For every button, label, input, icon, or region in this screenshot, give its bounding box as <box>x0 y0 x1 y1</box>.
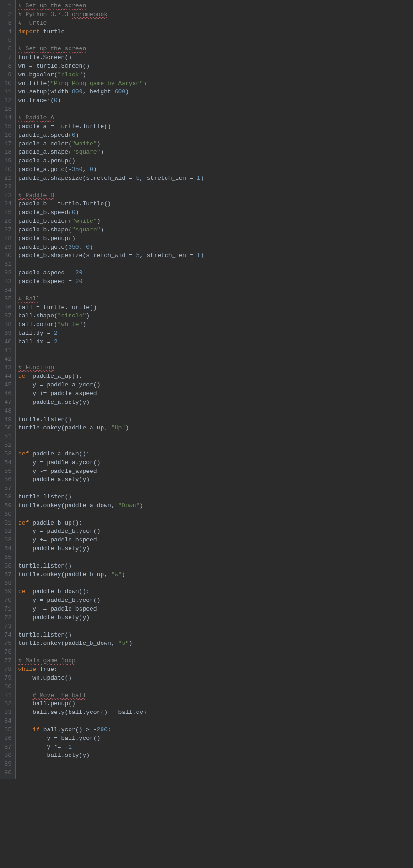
line-number: 23 <box>3 192 11 200</box>
code-line[interactable]: # Paddle B <box>18 192 413 200</box>
code-line[interactable] <box>18 347 413 355</box>
code-line[interactable]: y += paddle_bspeed <box>18 536 413 545</box>
code-line[interactable]: ball.dy = 2 <box>18 329 413 338</box>
code-line[interactable]: # Move the ball <box>18 691 413 700</box>
code-line[interactable]: paddle_b.sety(y) <box>18 614 413 622</box>
code-line[interactable]: wn = turtle.Screen() <box>18 62 413 71</box>
code-line[interactable] <box>18 760 413 769</box>
code-line[interactable] <box>18 579 413 588</box>
line-number: 71 <box>3 605 11 614</box>
code-line[interactable]: y = paddle_b.ycor() <box>18 596 413 605</box>
code-line[interactable]: turtle.onkey(paddle_a_up, "Up") <box>18 424 413 433</box>
code-line[interactable]: y = paddle_a.ycor() <box>18 381 413 390</box>
code-line[interactable]: paddle_b.goto(350, 0) <box>18 243 413 252</box>
code-line[interactable]: paddle_a.sety(y) <box>18 476 413 484</box>
code-line[interactable] <box>18 648 413 657</box>
code-line[interactable]: # Main game loop <box>18 657 413 665</box>
code-line[interactable] <box>18 36 413 45</box>
code-line[interactable]: paddle_a.shape("square") <box>18 148 413 157</box>
code-line[interactable] <box>18 484 413 493</box>
code-line[interactable]: # Function <box>18 364 413 372</box>
code-line[interactable]: turtle.listen() <box>18 562 413 571</box>
code-line[interactable]: ball.color("white") <box>18 321 413 329</box>
code-line[interactable]: def paddle_b_up(): <box>18 519 413 528</box>
code-line[interactable] <box>18 183 413 192</box>
code-line[interactable]: wn.tracer(0) <box>18 96 413 105</box>
code-line[interactable]: # Ball <box>18 295 413 304</box>
code-line[interactable] <box>18 355 413 364</box>
code-line[interactable] <box>18 622 413 631</box>
code-line[interactable]: paddle_a.speed(0) <box>18 131 413 140</box>
code-line[interactable]: ball = turtle.Turtle() <box>18 304 413 312</box>
code-editor-area[interactable]: # Set up the screen# Python 3.7.3 chrome… <box>16 0 413 779</box>
code-line[interactable] <box>18 433 413 441</box>
code-line[interactable] <box>18 717 413 726</box>
code-line[interactable]: turtle.Screen() <box>18 54 413 62</box>
code-line[interactable]: wn.title("Ping Pong game by Aaryan") <box>18 80 413 88</box>
line-number: 47 <box>3 398 11 407</box>
code-line[interactable]: # Set up the screen <box>18 45 413 54</box>
code-line[interactable]: turtle.listen() <box>18 416 413 424</box>
code-line[interactable]: paddle_b.penup() <box>18 235 413 243</box>
code-line[interactable]: # Python 3.7.3 chromebook <box>18 11 413 19</box>
code-line[interactable]: wn.setup(width=800, height=600) <box>18 88 413 96</box>
code-line[interactable]: ball.sety(ball.ycor() + ball.dy) <box>18 708 413 717</box>
code-line[interactable] <box>18 407 413 416</box>
code-line[interactable]: while True: <box>18 665 413 674</box>
code-line[interactable] <box>18 510 413 519</box>
code-line[interactable]: paddle_a.color("white") <box>18 140 413 149</box>
code-line[interactable] <box>18 769 413 777</box>
code-line[interactable]: y += paddle_aspeed <box>18 390 413 398</box>
code-line[interactable]: ball.shape("circle") <box>18 312 413 321</box>
token-number: 0 <box>54 97 58 104</box>
code-line[interactable]: y = ball.ycor() <box>18 734 413 743</box>
code-line[interactable]: paddle_aspeed = 20 <box>18 269 413 278</box>
token-plain: ball.dx = <box>18 338 54 345</box>
code-line[interactable]: paddle_a.shapesize(stretch_wid = 5, stre… <box>18 174 413 183</box>
token-plain: , <box>82 166 90 173</box>
code-line[interactable]: ball.sety(y) <box>18 751 413 760</box>
code-line[interactable]: y -= paddle_bspeed <box>18 605 413 614</box>
code-line[interactable]: paddle_b.sety(y) <box>18 545 413 553</box>
code-line[interactable]: y *= -1 <box>18 743 413 752</box>
code-line[interactable]: def paddle_b_down(): <box>18 588 413 596</box>
code-line[interactable] <box>18 105 413 114</box>
code-line[interactable]: ball.penup() <box>18 700 413 708</box>
code-line[interactable] <box>18 286 413 295</box>
code-line[interactable]: paddle_b.shapesize(stretch_wid = 5, stre… <box>18 252 413 260</box>
token-keyword: while <box>18 666 40 673</box>
code-line[interactable]: turtle.onkey(paddle_b_down, "s") <box>18 639 413 648</box>
code-line[interactable]: if ball.ycor() > -290: <box>18 726 413 734</box>
code-line[interactable]: paddle_a.sety(y) <box>18 398 413 407</box>
code-line[interactable] <box>18 553 413 562</box>
code-line[interactable] <box>18 441 413 450</box>
code-line[interactable]: paddle_bspeed = 20 <box>18 278 413 286</box>
code-line[interactable]: wn.update() <box>18 674 413 683</box>
code-line[interactable]: # Paddle A <box>18 114 413 123</box>
code-line[interactable]: turtle.onkey(paddle_b_up, "w") <box>18 571 413 579</box>
line-number: 80 <box>3 683 11 691</box>
code-line[interactable]: paddle_a.goto(-350, 0) <box>18 166 413 174</box>
code-line[interactable]: ball.dx = 2 <box>18 338 413 347</box>
code-line[interactable]: def paddle_a_down(): <box>18 450 413 459</box>
code-line[interactable]: paddle_b = turtle.Turtle() <box>18 200 413 209</box>
code-line[interactable]: # Set up the screen <box>18 2 413 11</box>
code-line[interactable]: wn.bgcolor("black") <box>18 71 413 80</box>
code-line[interactable]: paddle_a.penup() <box>18 157 413 166</box>
code-line[interactable]: paddle_b.speed(0) <box>18 209 413 217</box>
code-line[interactable]: turtle.listen() <box>18 493 413 502</box>
code-line[interactable]: y = paddle_a.ycor() <box>18 459 413 467</box>
code-line[interactable] <box>18 683 413 691</box>
code-line[interactable]: paddle_a = turtle.Turtle() <box>18 123 413 131</box>
code-line[interactable]: # Turtle <box>18 19 413 28</box>
token-number: 1 <box>197 175 200 182</box>
code-line[interactable]: def paddle_a_up(): <box>18 372 413 381</box>
code-line[interactable]: y = paddle_b.ycor() <box>18 527 413 536</box>
code-line[interactable]: paddle_b.color("white") <box>18 217 413 226</box>
code-line[interactable]: paddle_b.shape("square") <box>18 226 413 235</box>
code-line[interactable]: import turtle <box>18 28 413 37</box>
code-line[interactable]: turtle.listen() <box>18 631 413 640</box>
code-line[interactable]: turtle.onkey(paddle_a_down, "Down") <box>18 502 413 510</box>
code-line[interactable] <box>18 260 413 269</box>
code-line[interactable]: y -= paddle_aspeed <box>18 467 413 476</box>
